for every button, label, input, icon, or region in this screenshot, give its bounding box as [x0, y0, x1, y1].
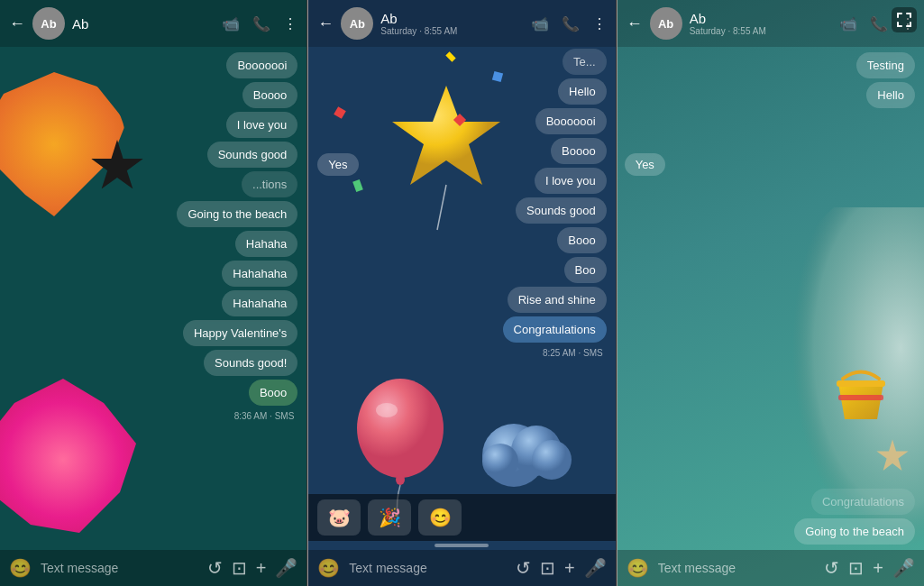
svg-point-3 [376, 403, 398, 417]
bottom-bar-2: 😊 Text message ↺ ⊡ + 🎤 [308, 550, 615, 586]
panel-splat: ← Ab Ab 📹 📞 ⋮ Booooooi Boooo I love you … [0, 0, 307, 586]
testing-bubble: Testing [856, 52, 915, 78]
gif-icon-1[interactable]: ⊡ [232, 557, 247, 579]
hello-bubble: Hello [866, 82, 915, 108]
message-bubble: Going to the beach [177, 201, 297, 227]
contact-name-3: Ab [690, 11, 832, 26]
message-bubble: Sounds good [516, 197, 607, 224]
svg-rect-16 [910, 22, 911, 27]
svg-marker-20 [876, 440, 908, 471]
bottom-bar-1: 😊 Text message ↺ ⊡ + 🎤 [0, 550, 306, 586]
add-icon-2[interactable]: + [564, 558, 575, 579]
chat-header-3: ← Ab Ab Saturday · 8:55 AM 📹 📞 ⋮ [618, 0, 924, 47]
mic-icon-1[interactable]: 🎤 [275, 557, 297, 579]
header-icons-2: 📹 📞 ⋮ [531, 15, 607, 32]
nav-indicator [435, 544, 489, 547]
beach-bucket [825, 361, 888, 424]
svg-point-2 [357, 379, 444, 478]
message-bubble: Happy Valentine's [183, 320, 297, 346]
message-timestamp: 8:36 AM · SMS [231, 409, 298, 423]
gif-icon-3[interactable]: ⊡ [848, 557, 864, 579]
contact-info-3: Ab Saturday · 8:55 AM [690, 11, 832, 36]
contact-name-1[interactable]: Ab [72, 16, 215, 32]
svg-rect-19 [838, 395, 883, 400]
emoji-icon-1[interactable]: 😊 [9, 557, 32, 579]
message-bubble: Boo [564, 257, 607, 283]
avatar-3: Ab [650, 7, 682, 40]
message-bubble: Boooo [551, 138, 607, 164]
back-icon-1[interactable]: ← [9, 14, 25, 33]
message-bubble: Booooooi [226, 52, 297, 78]
chat-header-1: ← Ab Ab 📹 📞 ⋮ [0, 0, 306, 47]
replay-icon-1[interactable]: ↺ [207, 557, 223, 579]
message-bubble: Boooo [242, 82, 298, 108]
svg-point-4 [396, 474, 405, 485]
svg-point-7 [532, 440, 572, 480]
chat-header-2: ← Ab Ab Saturday · 8:55 AM 📹 📞 ⋮ [308, 0, 615, 47]
effect-chip-smile[interactable]: 😊 [418, 499, 462, 536]
svg-point-8 [482, 444, 518, 480]
congratulations-bubble-faded: Congratulations [811, 489, 915, 515]
mic-icon-2[interactable]: 🎤 [584, 557, 607, 579]
message-bubble: Booo [557, 227, 606, 253]
pink-balloon [351, 379, 450, 496]
emoji-icon-3[interactable]: 😊 [627, 557, 649, 579]
starfish-decoration [874, 438, 910, 478]
more-icon-2[interactable]: ⋮ [592, 15, 607, 32]
yes-bubble-2: Yes [317, 153, 358, 176]
video-icon-3[interactable]: 📹 [839, 15, 857, 32]
message-bubble: Hahahaha [222, 261, 297, 287]
message-bubble: Sounds good! [204, 350, 297, 376]
svg-rect-14 [897, 22, 899, 27]
svg-rect-12 [910, 13, 911, 18]
video-icon-2[interactable]: 📹 [531, 15, 549, 32]
message-bubble: Hahahaha [222, 290, 297, 316]
mic-icon-3[interactable]: 🎤 [892, 557, 915, 579]
message-bubble-highlighted: Booo [249, 380, 297, 406]
blue-cloud-balloon [478, 406, 568, 478]
add-icon-1[interactable]: + [256, 558, 267, 579]
phone-icon-1[interactable]: 📞 [252, 15, 270, 32]
text-input-1[interactable]: Text message [41, 561, 198, 575]
more-icon-1[interactable]: ⋮ [283, 15, 297, 32]
phone-icon-3[interactable]: 📞 [870, 15, 888, 32]
text-input-3[interactable]: Text message [658, 561, 816, 575]
screenshot-icon[interactable] [892, 7, 917, 32]
gif-icon-2[interactable]: ⊡ [540, 557, 555, 579]
replay-icon-3[interactable]: ↺ [824, 557, 839, 579]
effect-chip-confetti[interactable]: 🎉 [368, 499, 411, 536]
emoji-icon-2[interactable]: 😊 [317, 557, 340, 579]
avatar-2: Ab [341, 7, 373, 40]
phone-icon-2[interactable]: 📞 [562, 15, 580, 32]
back-icon-3[interactable]: ← [627, 14, 643, 33]
effect-chip-pig[interactable]: 🐷 [317, 499, 361, 536]
message-bubble: Sounds good [207, 142, 298, 168]
add-icon-3[interactable]: + [873, 558, 883, 579]
panel-beach: ← Ab Ab Saturday · 8:55 AM 📹 📞 ⋮ [618, 0, 924, 586]
message-timestamp-2: 8:25 AM · SMS [539, 346, 607, 360]
message-bubble: Booooooi [535, 108, 607, 134]
yes-bubble-3: Yes [625, 153, 665, 176]
effect-chips: 🐷 🎉 😊 [308, 494, 615, 541]
contact-name-2: Ab [380, 11, 523, 26]
message-bubble: Hahaha [235, 231, 298, 257]
header-timestamp-2: Saturday · 8:55 AM [380, 26, 523, 36]
message-bubble: ...tions [242, 171, 297, 197]
bottom-bar-3: 😊 Text message ↺ ⊡ + 🎤 [618, 550, 924, 586]
header-icons-1: 📹 📞 ⋮ [222, 15, 297, 32]
back-icon-2[interactable]: ← [317, 14, 334, 33]
header-timestamp-3: Saturday · 8:55 AM [690, 26, 832, 36]
message-bubble: Hello [558, 78, 607, 105]
svg-rect-18 [837, 380, 885, 387]
video-icon-1[interactable]: 📹 [222, 15, 240, 32]
message-bubble: I love you [226, 112, 298, 138]
replay-icon-2[interactable]: ↺ [516, 557, 531, 579]
congratulations-bubble: Congratulations [503, 316, 607, 343]
svg-rect-10 [897, 13, 899, 18]
message-bubble: I love you [535, 168, 607, 194]
contact-info-2: Ab Saturday · 8:55 AM [380, 11, 523, 36]
message-bubble: Rise and shine [508, 287, 607, 313]
text-input-2[interactable]: Text message [349, 561, 507, 575]
star-balloon [383, 81, 509, 207]
panel-balloons: ← Ab Ab Saturday · 8:55 AM 📹 📞 ⋮ Yes [308, 0, 616, 586]
